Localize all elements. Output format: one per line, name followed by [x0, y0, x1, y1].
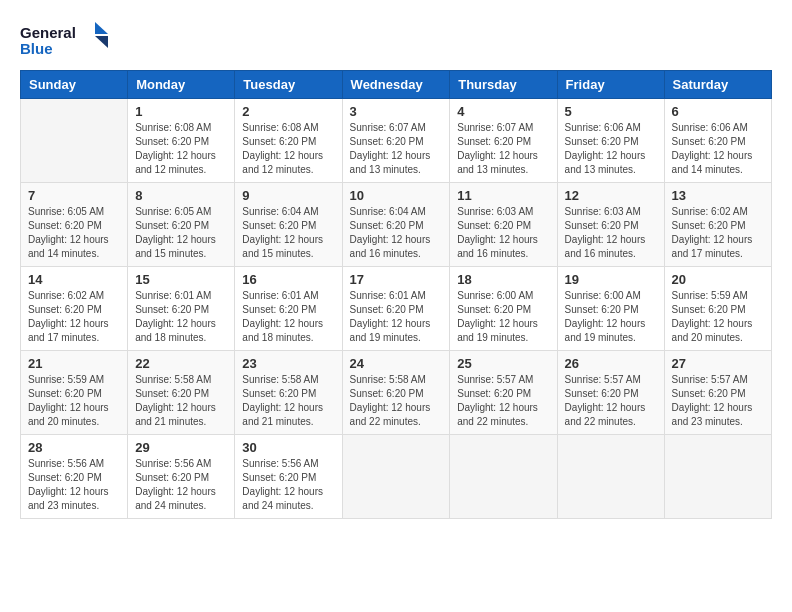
- day-cell: 1Sunrise: 6:08 AMSunset: 6:20 PMDaylight…: [128, 99, 235, 183]
- day-detail: Sunrise: 5:56 AMSunset: 6:20 PMDaylight:…: [135, 457, 227, 513]
- day-number: 14: [28, 272, 120, 287]
- weekday-header-tuesday: Tuesday: [235, 71, 342, 99]
- day-number: 27: [672, 356, 764, 371]
- day-cell: 16Sunrise: 6:01 AMSunset: 6:20 PMDayligh…: [235, 267, 342, 351]
- day-number: 9: [242, 188, 334, 203]
- day-cell: 17Sunrise: 6:01 AMSunset: 6:20 PMDayligh…: [342, 267, 450, 351]
- day-number: 5: [565, 104, 657, 119]
- day-cell: 14Sunrise: 6:02 AMSunset: 6:20 PMDayligh…: [21, 267, 128, 351]
- day-number: 20: [672, 272, 764, 287]
- day-detail: Sunrise: 5:56 AMSunset: 6:20 PMDaylight:…: [28, 457, 120, 513]
- day-detail: Sunrise: 6:05 AMSunset: 6:20 PMDaylight:…: [28, 205, 120, 261]
- weekday-header-wednesday: Wednesday: [342, 71, 450, 99]
- day-number: 1: [135, 104, 227, 119]
- day-number: 24: [350, 356, 443, 371]
- weekday-header-saturday: Saturday: [664, 71, 771, 99]
- week-row-3: 14Sunrise: 6:02 AMSunset: 6:20 PMDayligh…: [21, 267, 772, 351]
- day-detail: Sunrise: 5:59 AMSunset: 6:20 PMDaylight:…: [28, 373, 120, 429]
- day-detail: Sunrise: 5:57 AMSunset: 6:20 PMDaylight:…: [457, 373, 549, 429]
- day-cell: 3Sunrise: 6:07 AMSunset: 6:20 PMDaylight…: [342, 99, 450, 183]
- day-number: 28: [28, 440, 120, 455]
- day-cell: 9Sunrise: 6:04 AMSunset: 6:20 PMDaylight…: [235, 183, 342, 267]
- weekday-header-sunday: Sunday: [21, 71, 128, 99]
- week-row-1: 1Sunrise: 6:08 AMSunset: 6:20 PMDaylight…: [21, 99, 772, 183]
- day-cell: 7Sunrise: 6:05 AMSunset: 6:20 PMDaylight…: [21, 183, 128, 267]
- day-cell: 15Sunrise: 6:01 AMSunset: 6:20 PMDayligh…: [128, 267, 235, 351]
- day-detail: Sunrise: 5:57 AMSunset: 6:20 PMDaylight:…: [672, 373, 764, 429]
- day-cell: [450, 435, 557, 519]
- day-detail: Sunrise: 6:07 AMSunset: 6:20 PMDaylight:…: [350, 121, 443, 177]
- day-cell: 19Sunrise: 6:00 AMSunset: 6:20 PMDayligh…: [557, 267, 664, 351]
- day-detail: Sunrise: 5:57 AMSunset: 6:20 PMDaylight:…: [565, 373, 657, 429]
- day-cell: [342, 435, 450, 519]
- day-number: 11: [457, 188, 549, 203]
- weekday-header-thursday: Thursday: [450, 71, 557, 99]
- day-detail: Sunrise: 6:03 AMSunset: 6:20 PMDaylight:…: [457, 205, 549, 261]
- day-number: 15: [135, 272, 227, 287]
- day-detail: Sunrise: 6:04 AMSunset: 6:20 PMDaylight:…: [350, 205, 443, 261]
- day-detail: Sunrise: 6:05 AMSunset: 6:20 PMDaylight:…: [135, 205, 227, 261]
- day-detail: Sunrise: 6:08 AMSunset: 6:20 PMDaylight:…: [242, 121, 334, 177]
- day-number: 17: [350, 272, 443, 287]
- day-cell: 2Sunrise: 6:08 AMSunset: 6:20 PMDaylight…: [235, 99, 342, 183]
- day-number: 18: [457, 272, 549, 287]
- week-row-5: 28Sunrise: 5:56 AMSunset: 6:20 PMDayligh…: [21, 435, 772, 519]
- day-cell: 28Sunrise: 5:56 AMSunset: 6:20 PMDayligh…: [21, 435, 128, 519]
- day-cell: 30Sunrise: 5:56 AMSunset: 6:20 PMDayligh…: [235, 435, 342, 519]
- day-detail: Sunrise: 5:59 AMSunset: 6:20 PMDaylight:…: [672, 289, 764, 345]
- day-cell: 5Sunrise: 6:06 AMSunset: 6:20 PMDaylight…: [557, 99, 664, 183]
- day-cell: 10Sunrise: 6:04 AMSunset: 6:20 PMDayligh…: [342, 183, 450, 267]
- day-number: 19: [565, 272, 657, 287]
- day-detail: Sunrise: 6:08 AMSunset: 6:20 PMDaylight:…: [135, 121, 227, 177]
- svg-marker-2: [95, 22, 108, 34]
- day-cell: [664, 435, 771, 519]
- day-detail: Sunrise: 6:01 AMSunset: 6:20 PMDaylight:…: [350, 289, 443, 345]
- week-row-4: 21Sunrise: 5:59 AMSunset: 6:20 PMDayligh…: [21, 351, 772, 435]
- day-number: 25: [457, 356, 549, 371]
- day-detail: Sunrise: 5:58 AMSunset: 6:20 PMDaylight:…: [135, 373, 227, 429]
- day-detail: Sunrise: 6:02 AMSunset: 6:20 PMDaylight:…: [672, 205, 764, 261]
- day-number: 4: [457, 104, 549, 119]
- day-cell: 27Sunrise: 5:57 AMSunset: 6:20 PMDayligh…: [664, 351, 771, 435]
- day-detail: Sunrise: 6:03 AMSunset: 6:20 PMDaylight:…: [565, 205, 657, 261]
- day-cell: 8Sunrise: 6:05 AMSunset: 6:20 PMDaylight…: [128, 183, 235, 267]
- day-number: 13: [672, 188, 764, 203]
- day-detail: Sunrise: 5:58 AMSunset: 6:20 PMDaylight:…: [350, 373, 443, 429]
- day-detail: Sunrise: 6:01 AMSunset: 6:20 PMDaylight:…: [242, 289, 334, 345]
- week-row-2: 7Sunrise: 6:05 AMSunset: 6:20 PMDaylight…: [21, 183, 772, 267]
- day-detail: Sunrise: 6:06 AMSunset: 6:20 PMDaylight:…: [672, 121, 764, 177]
- day-number: 6: [672, 104, 764, 119]
- day-detail: Sunrise: 5:56 AMSunset: 6:20 PMDaylight:…: [242, 457, 334, 513]
- day-number: 29: [135, 440, 227, 455]
- day-cell: 25Sunrise: 5:57 AMSunset: 6:20 PMDayligh…: [450, 351, 557, 435]
- day-number: 8: [135, 188, 227, 203]
- day-detail: Sunrise: 6:06 AMSunset: 6:20 PMDaylight:…: [565, 121, 657, 177]
- weekday-header-monday: Monday: [128, 71, 235, 99]
- day-detail: Sunrise: 6:07 AMSunset: 6:20 PMDaylight:…: [457, 121, 549, 177]
- weekday-header-row: SundayMondayTuesdayWednesdayThursdayFrid…: [21, 71, 772, 99]
- day-number: 26: [565, 356, 657, 371]
- day-number: 23: [242, 356, 334, 371]
- day-detail: Sunrise: 6:04 AMSunset: 6:20 PMDaylight:…: [242, 205, 334, 261]
- day-number: 16: [242, 272, 334, 287]
- svg-text:General: General: [20, 24, 76, 41]
- svg-text:Blue: Blue: [20, 40, 53, 57]
- logo-svg: General Blue: [20, 20, 110, 60]
- day-detail: Sunrise: 5:58 AMSunset: 6:20 PMDaylight:…: [242, 373, 334, 429]
- page-header: General Blue: [20, 20, 772, 60]
- day-detail: Sunrise: 6:02 AMSunset: 6:20 PMDaylight:…: [28, 289, 120, 345]
- day-cell: 22Sunrise: 5:58 AMSunset: 6:20 PMDayligh…: [128, 351, 235, 435]
- svg-marker-3: [95, 36, 108, 48]
- day-number: 3: [350, 104, 443, 119]
- day-cell: 4Sunrise: 6:07 AMSunset: 6:20 PMDaylight…: [450, 99, 557, 183]
- day-number: 21: [28, 356, 120, 371]
- day-number: 7: [28, 188, 120, 203]
- day-detail: Sunrise: 6:01 AMSunset: 6:20 PMDaylight:…: [135, 289, 227, 345]
- day-number: 30: [242, 440, 334, 455]
- day-cell: 29Sunrise: 5:56 AMSunset: 6:20 PMDayligh…: [128, 435, 235, 519]
- day-cell: 13Sunrise: 6:02 AMSunset: 6:20 PMDayligh…: [664, 183, 771, 267]
- day-number: 22: [135, 356, 227, 371]
- day-cell: 6Sunrise: 6:06 AMSunset: 6:20 PMDaylight…: [664, 99, 771, 183]
- calendar-table: SundayMondayTuesdayWednesdayThursdayFrid…: [20, 70, 772, 519]
- day-detail: Sunrise: 6:00 AMSunset: 6:20 PMDaylight:…: [457, 289, 549, 345]
